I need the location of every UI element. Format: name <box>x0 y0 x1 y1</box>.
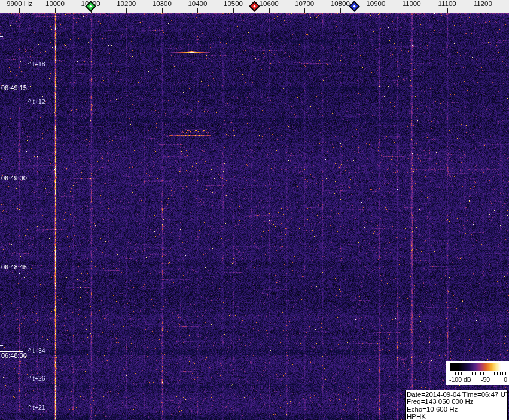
color-scale-gradient <box>450 363 505 371</box>
info-station-code: HPHK <box>407 413 506 420</box>
color-scale-ticks <box>450 372 506 375</box>
color-scale-label-min: -100 dB <box>449 376 471 383</box>
detection-text: 20140904064830756 hCnt345 nb-76 f10901 h… <box>32 117 413 124</box>
time-offset-label: ^ t+26 <box>28 375 45 382</box>
axis-label: 11200 <box>474 0 492 7</box>
status-info-panel: Date=2014-09-04 Time=06:47 UTC Freq=143 … <box>405 390 508 420</box>
axis-label: 11000 <box>402 0 420 7</box>
edge-tick <box>0 36 3 37</box>
marker-center-dot <box>254 5 256 7</box>
marker-center-dot <box>353 5 356 7</box>
axis-major-tick <box>55 8 56 13</box>
time-label: 06:49:00 <box>1 174 27 182</box>
color-scale-label-max: 0 <box>504 376 507 383</box>
axis-label: 10700 <box>295 0 314 7</box>
time-offset-label: ^ t+34 <box>28 347 45 354</box>
axis-label: 10900 <box>366 0 385 7</box>
axis-label: 11100 <box>438 0 456 7</box>
detection-text: 20140904064817160 hCnt342 nb-74 f10900 h… <box>32 415 387 420</box>
info-echo-frequency: Echo=10 600 Hz <box>407 406 506 413</box>
axis-label: 10400 <box>188 0 207 7</box>
axis-label: 10800 <box>331 0 350 7</box>
detection-text: 20140904064821560 hCnt343 nb-76 f10901 h… <box>32 382 406 390</box>
axis-major-tick <box>412 8 412 13</box>
time-offset-label: ^ t+18 <box>28 60 45 68</box>
detection-text: 20140904064912756 hCnt346 nb-74 f10398 h… <box>32 85 404 93</box>
info-date-time: Date=2014-09-04 Time=06:47 UTC <box>407 391 506 398</box>
axis-major-tick <box>19 8 20 13</box>
axis-major-tick <box>340 8 341 13</box>
time-offset-label: ^ t+21 <box>28 404 45 411</box>
time-offset-label: ^ t+12 <box>28 98 45 105</box>
color-scale-labels: -100 dB -50 0 <box>446 376 509 384</box>
axis-major-tick <box>162 8 163 13</box>
axis-label: 10500 <box>224 0 243 7</box>
marker-center-dot <box>89 5 92 7</box>
spectrogram-overlay: 06:49:1506:49:0006:48:4506:48:3020140904… <box>0 0 509 420</box>
time-label: 06:48:30 <box>1 352 27 359</box>
axis-major-tick <box>376 8 376 13</box>
edge-tick <box>0 345 3 346</box>
color-scale-label-mid: -50 <box>481 376 490 383</box>
detection-text: 20140904064826560 hCnt344 nb-77 f10900 h… <box>32 349 406 356</box>
time-label: 06:48:45 <box>1 263 27 271</box>
axis-major-tick <box>233 8 234 13</box>
info-frequency: Freq=143 050 000 Hz <box>407 398 506 405</box>
axis-major-tick <box>304 8 305 13</box>
axis-label: 10200 <box>117 0 136 7</box>
axis-major-tick <box>447 8 448 13</box>
axis-major-tick <box>126 8 127 13</box>
time-label: 06:49:15 <box>1 84 27 91</box>
color-scale-panel: -100 dB -50 0 <box>446 361 509 385</box>
axis-major-tick <box>197 8 198 13</box>
axis-label: 9900 Hz <box>7 0 32 7</box>
axis-major-tick <box>269 8 270 13</box>
axis-major-tick <box>483 8 483 13</box>
axis-label: 10300 <box>153 0 172 7</box>
axis-label: 10000 <box>45 0 65 7</box>
detection-text: 20140904064918860 hCnt347 nb-77 f10401 h… <box>32 38 411 45</box>
frequency-ruler: 9900 Hz100001010010200103001040010500106… <box>0 0 509 13</box>
axis-label: 10600 <box>260 0 279 7</box>
meteor-echo-monitor: 06:49:1506:49:0006:48:4506:48:3020140904… <box>0 0 509 420</box>
